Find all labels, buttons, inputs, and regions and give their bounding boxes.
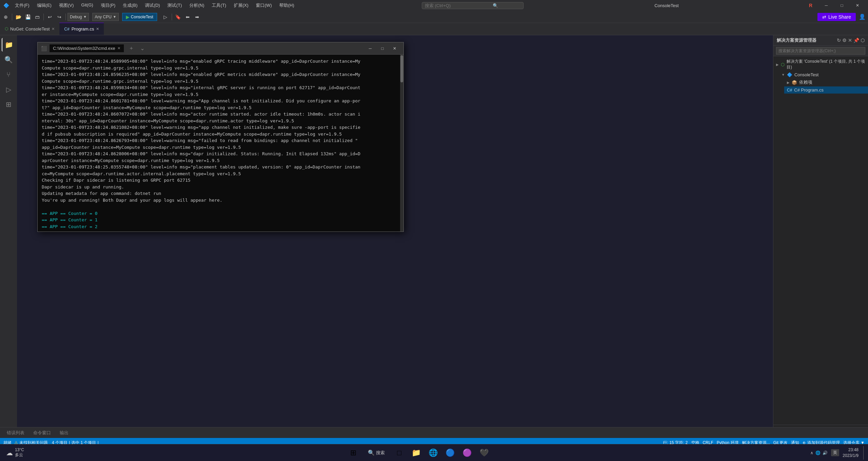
solution-expand-arrow: ▶ <box>776 63 779 66</box>
menu-test[interactable]: 测试(T) <box>164 1 185 10</box>
run-debug-icon[interactable]: ▷ <box>2 83 15 96</box>
platform-dropdown[interactable]: Any CPU ▼ <box>92 13 118 21</box>
menu-project[interactable]: 项目(P) <box>97 1 119 10</box>
terminal-maximize[interactable]: □ <box>377 44 388 53</box>
terminal-title-bar[interactable]: ⬛ C:\Windows\System32\cmd.exe ✕ ＋ ⌄ ─ □ … <box>38 42 403 55</box>
debug-config-label: Debug <box>70 15 82 19</box>
taskbar: ☁ 13°C 多云 ⊞ 🔍 搜索 □ 📁 🌐 🔵 🟣 🖤 ∧ 🌐 🔊 英 23:… <box>0 444 868 461</box>
bookmark-btn[interactable]: 🔖 <box>174 13 183 21</box>
sep4 <box>172 14 172 20</box>
title-bar: 🔷 文件(F) 编辑(E) 视图(V) Git(G) 项目(P) 生成(B) 调… <box>0 0 868 11</box>
taskbar-datetime[interactable]: 23:48 2023/1/9 <box>843 447 858 459</box>
debug-config-dropdown[interactable]: Debug ▼ <box>68 13 89 21</box>
terminal-scrollbar[interactable] <box>400 55 403 232</box>
menu-build[interactable]: 生成(B) <box>119 1 141 10</box>
menu-analyze[interactable]: 分析(N) <box>186 1 208 10</box>
tab-program-cs[interactable]: C# Program.cs ✕ <box>59 23 104 35</box>
minimize-button[interactable]: ─ <box>818 0 834 11</box>
taskbar-weather[interactable]: ☁ 13°C 多云 <box>3 446 27 459</box>
bookmark-next-btn[interactable]: ➡ <box>193 13 202 21</box>
edge-browser-btn[interactable]: 🌐 <box>426 445 441 460</box>
run-button[interactable]: ▶ ConsoleTest <box>122 13 157 21</box>
tab-nuget[interactable]: ⬡ NuGet: ConsoleTest ✕ <box>0 23 59 35</box>
terminal-line-0: time="2023-01-09T23:48:24.8589905+08:00"… <box>42 58 399 65</box>
search-input[interactable] <box>425 3 493 8</box>
volume-icon[interactable]: 🔊 <box>823 450 828 455</box>
start-button[interactable]: ⊞ <box>346 445 361 460</box>
solution-search-input[interactable] <box>776 47 865 55</box>
redo-btn[interactable]: ↪ <box>55 13 64 21</box>
search-button[interactable]: 🔍 搜索 <box>363 445 390 460</box>
platform-label: Any CPU <box>95 15 111 19</box>
undo-btn[interactable]: ↩ <box>45 13 54 21</box>
dependencies-item[interactable]: ▶ 📦 依赖项 <box>784 78 868 86</box>
source-control-icon[interactable]: ⑂ <box>2 68 15 81</box>
live-share-icon: ⇄ <box>822 14 826 20</box>
terminal-tab[interactable]: C:\Windows\System32\cmd.exe ✕ <box>50 44 124 52</box>
menu-edit[interactable]: 编辑(E) <box>34 1 55 10</box>
sys-tray-expand[interactable]: ∧ <box>810 450 813 455</box>
search-box[interactable]: 🔍 <box>422 2 524 9</box>
vscode-btn[interactable]: 🔵 <box>443 445 458 460</box>
explorer-icon[interactable]: 📁 <box>2 38 15 52</box>
file-explorer-btn[interactable]: 📁 <box>409 445 424 460</box>
terminal-scroll-thumb[interactable] <box>400 55 403 82</box>
solution-root-item[interactable]: ▶ ⬡ 解决方案 'ConsoleTest' (1 个项目, 共 1 个项目) <box>773 58 868 71</box>
solution-close-icon[interactable]: ✕ <box>848 38 852 43</box>
menu-git[interactable]: Git(G) <box>78 1 96 10</box>
solution-sync-icon[interactable]: ↻ <box>837 38 841 43</box>
terminal-cmd-icon: ⬛ <box>41 46 47 51</box>
extensions-icon[interactable]: ⊞ <box>2 98 15 111</box>
language-indicator[interactable]: 英 <box>831 449 839 456</box>
window-controls: R ─ □ ✕ <box>803 0 865 11</box>
command-window-tab[interactable]: 命令窗口 <box>29 428 55 437</box>
menu-view[interactable]: 视图(V) <box>56 1 77 10</box>
project-label: ConsoleTest <box>794 72 819 77</box>
menu-tools[interactable]: 工具(T) <box>208 1 230 10</box>
menu-help[interactable]: 帮助(H) <box>276 1 298 10</box>
program-cs-item[interactable]: C# C# Program.cs <box>784 86 868 94</box>
save-btn[interactable]: 💾 <box>23 13 32 21</box>
menu-extensions[interactable]: 扩展(X) <box>230 1 252 10</box>
output-tab[interactable]: 输出 <box>56 428 73 437</box>
close-button[interactable]: ✕ <box>850 0 865 11</box>
dep-expand-arrow: ▶ <box>787 81 790 84</box>
show-desktop-btn[interactable] <box>863 446 865 460</box>
terminal-btn[interactable]: 🖤 <box>477 445 492 460</box>
solution-pin-icon[interactable]: 📌 <box>853 38 859 43</box>
bookmark-prev-btn[interactable]: ⬅ <box>183 13 192 21</box>
step-over-btn[interactable]: ▷ <box>161 13 170 21</box>
terminal-tab-close[interactable]: ✕ <box>117 46 120 51</box>
account-btn[interactable]: 👤 <box>858 13 867 21</box>
open-btn[interactable]: 📂 <box>14 13 23 21</box>
terminal-close[interactable]: ✕ <box>389 44 400 53</box>
task-view-btn[interactable]: □ <box>392 445 407 460</box>
live-share-button[interactable]: ⇄ Live Share <box>817 13 856 21</box>
new-project-btn[interactable]: ⊕ <box>1 13 10 21</box>
program-cs-icon: C# <box>787 88 792 93</box>
taskbar-right: ∧ 🌐 🔊 英 23:48 2023/1/9 <box>810 446 865 460</box>
project-expand-arrow: ▼ <box>781 73 785 77</box>
error-list-tab[interactable]: 错误列表 <box>3 428 29 437</box>
menu-file[interactable]: 文件(F) <box>12 1 33 10</box>
solution-settings-icon[interactable]: ⚙ <box>842 38 847 43</box>
terminal-add-tab[interactable]: ＋ <box>127 44 136 53</box>
terminal-dropdown[interactable]: ⌄ <box>140 45 145 52</box>
solution-tree: ▶ ⬡ 解决方案 'ConsoleTest' (1 个项目, 共 1 个项目) … <box>773 56 868 425</box>
tab-program-cs-label: Program.cs <box>72 26 94 32</box>
maximize-button[interactable]: □ <box>834 0 850 11</box>
terminal-content[interactable]: time="2023-01-09T23:48:24.8589905+08:00"… <box>38 55 403 232</box>
terminal-line-14: time="2023-01-09T23:48:24.8628006+08:00"… <box>42 151 399 157</box>
network-icon[interactable]: 🌐 <box>815 450 820 455</box>
solution-float-icon[interactable]: ⬡ <box>861 38 865 43</box>
tab-program-cs-close[interactable]: ✕ <box>96 27 99 31</box>
vs-btn[interactable]: 🟣 <box>460 445 475 460</box>
menu-window[interactable]: 窗口(W) <box>252 1 275 10</box>
project-item[interactable]: ▼ 🔷 ConsoleTest <box>779 71 868 78</box>
save-all-btn[interactable]: 🗃 <box>33 13 42 21</box>
tab-nuget-close[interactable]: ✕ <box>52 27 55 31</box>
taskbar-temp: 13°C <box>15 447 24 452</box>
search-icon[interactable]: 🔍 <box>2 53 15 66</box>
terminal-minimize[interactable]: ─ <box>365 44 376 53</box>
menu-debug[interactable]: 调试(D) <box>141 1 163 10</box>
